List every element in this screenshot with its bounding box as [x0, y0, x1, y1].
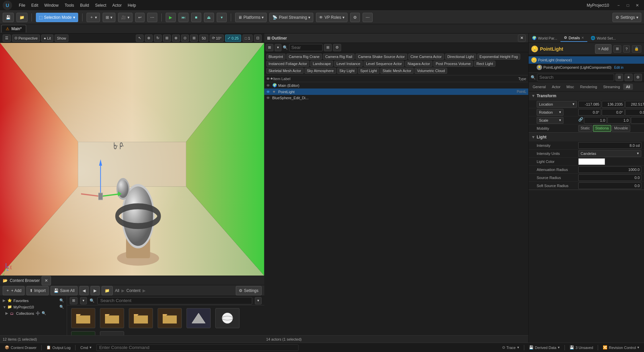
angle-snap-btn[interactable]: ⟳ 10°	[210, 35, 224, 42]
scale-lock-icon[interactable]: 🔗	[578, 117, 583, 124]
intensity-units-dropdown[interactable]: Candelas ▾	[578, 150, 641, 157]
tag-cine-camera[interactable]: Cine Camera Actor	[408, 54, 444, 60]
tag-camera-rig-rail[interactable]: Camera Rig Rail	[323, 54, 355, 60]
tab-world-settings[interactable]: 🌐 World Set...	[587, 35, 619, 42]
cb-item-folder-3[interactable]	[127, 308, 154, 329]
undo-button[interactable]: ↩	[135, 13, 145, 22]
pixel-streaming-button[interactable]: 📡 Pixel Streaming ▾	[269, 13, 313, 22]
cb-item-mesh-1[interactable]	[185, 308, 212, 329]
snap-button[interactable]: ⊞ ▾	[103, 13, 115, 22]
transform-section-header[interactable]: ▼ Transform	[529, 92, 644, 100]
visibility-icon[interactable]: 👁	[266, 90, 271, 94]
outliner-settings-button[interactable]: ⚙	[333, 44, 341, 51]
filter-tab-all[interactable]: All	[623, 84, 633, 90]
grid-size-btn[interactable]: 50	[199, 35, 208, 42]
maximize-button[interactable]: ⊡	[254, 35, 262, 42]
show-button[interactable]: Show	[55, 35, 69, 42]
close-button[interactable]: ✕	[633, 1, 641, 9]
component-light-component[interactable]: 💡 PointLightComponent (LightComponent0) …	[529, 64, 644, 71]
visibility-icon[interactable]: 👁	[266, 96, 271, 100]
attenuation-input[interactable]	[578, 166, 641, 173]
cb-save-all-button[interactable]: 💾 Save All	[51, 286, 77, 295]
tag-volumetric-cloud[interactable]: Volumetric Cloud	[415, 68, 447, 74]
filter-tab-misc[interactable]: Misc	[564, 84, 577, 90]
cb-browse-button[interactable]: 📁	[102, 286, 113, 295]
cb-settings-button[interactable]: ⚙ Settings	[236, 286, 261, 295]
cb-item-folder-2[interactable]	[99, 308, 125, 329]
tag-level-instance[interactable]: Level Instance	[334, 61, 363, 67]
tag-skeletal-mesh[interactable]: Skeletal Mesh Actor	[266, 68, 304, 74]
output-log-button[interactable]: 📋 Output Log	[44, 345, 72, 350]
outliner-item-main[interactable]: 👁 🌍 Main (Editor)	[264, 82, 529, 89]
mobility-movable-button[interactable]: Movable	[612, 125, 631, 132]
menu-window[interactable]: Window	[42, 2, 61, 9]
maximize-button[interactable]: □	[624, 1, 632, 9]
search-icon[interactable]: 🔍	[59, 298, 64, 303]
filter-tab-streaming[interactable]: Streaming	[600, 84, 623, 90]
eject-button[interactable]: ⏏	[204, 13, 214, 22]
location-z-input[interactable]	[625, 101, 644, 108]
search-icon[interactable]: 🔍	[59, 305, 64, 309]
open-button[interactable]: 📁	[16, 13, 28, 22]
location-y-input[interactable]	[602, 101, 625, 108]
tag-post-process[interactable]: Post Process Volume	[433, 61, 473, 67]
add-collection-icon[interactable]: ➕	[36, 311, 40, 315]
hamburger-menu-button[interactable]: ☰	[3, 35, 11, 42]
compile-button[interactable]: ⚙	[350, 13, 360, 22]
add-component-button[interactable]: + Add	[595, 44, 611, 54]
rotation-y-input[interactable]	[602, 109, 625, 116]
perspective-button[interactable]: ⊙ Perspective	[12, 35, 40, 42]
outliner-item-pointlight[interactable]: 👁 ★ PointLight PointL	[264, 89, 529, 95]
details-grid-view-button[interactable]: ⊞	[615, 74, 623, 81]
component-options-button[interactable]: ⊞	[613, 45, 621, 53]
tag-static-mesh[interactable]: Static Mesh Actor	[380, 68, 414, 74]
content-browser-close-button[interactable]: ✕	[42, 276, 51, 285]
cb-nav-back-button[interactable]: ◀	[79, 286, 89, 295]
trace-button[interactable]: ⊙ Trace ▾	[500, 345, 521, 350]
scale-x-input[interactable]	[584, 117, 607, 124]
outliner-search-input[interactable]	[289, 44, 323, 51]
content-drawer-button[interactable]: 📦 Content Drawer	[3, 345, 39, 350]
tab-main[interactable]: ⚠ Main*	[1, 25, 26, 33]
cb-item-sphere[interactable]	[214, 308, 241, 329]
cb-nav-forward-button[interactable]: ▶	[91, 286, 100, 295]
rotate-button[interactable]: ↻	[154, 35, 162, 42]
outliner-close-button[interactable]: ✕	[518, 35, 526, 42]
filter-tab-rendering[interactable]: Rendering	[577, 84, 600, 90]
more-options-button[interactable]: ⋯	[147, 13, 157, 22]
zoom-btn[interactable]: ⤢ 0.25	[225, 35, 241, 42]
tag-exp-height-fog[interactable]: Exponential Height Fog	[477, 54, 520, 60]
revision-control-button[interactable]: 🔀 Revision Control ▾	[601, 345, 641, 350]
cb-import-button[interactable]: ⬆ Import	[26, 286, 49, 295]
more-toolbar-button[interactable]: ⋯	[363, 13, 373, 22]
menu-select[interactable]: Select	[92, 2, 109, 9]
skip-forward-button[interactable]: ⏭	[178, 13, 189, 22]
tag-camera-shake[interactable]: Camera Shake Source Actor	[356, 54, 407, 60]
source-radius-input[interactable]	[578, 174, 641, 181]
menu-build[interactable]: Build	[77, 2, 92, 9]
rotation-dropdown[interactable]: Rotation ▾	[537, 109, 564, 116]
visibility-icon[interactable]: 👁	[266, 83, 271, 87]
menu-actor[interactable]: Actor	[110, 2, 124, 9]
tag-instanced-foliage[interactable]: Instanced Foliage Actor	[266, 61, 310, 67]
intensity-input[interactable]	[578, 142, 641, 149]
edit-link[interactable]: Edit in	[614, 66, 624, 69]
viewport[interactable]: ☰ ⊙ Perspective ● Lit Show ↖ ⊕ ↻ ⊞ ⊕ ⊙ ⊞…	[0, 34, 264, 276]
menu-tools[interactable]: Tools	[62, 2, 77, 9]
details-search-input[interactable]	[537, 74, 614, 81]
rotation-x-input[interactable]	[578, 109, 601, 116]
play-button[interactable]: ▶	[166, 13, 176, 22]
tag-landscape[interactable]: Landscape	[310, 61, 333, 67]
minimize-button[interactable]: −	[614, 1, 623, 9]
menu-edit[interactable]: Edit	[29, 2, 41, 9]
select-mode-button[interactable]: ↖	[136, 35, 144, 42]
world-grid-button[interactable]: ⊞	[190, 35, 198, 42]
tag-directional-light[interactable]: Directional Light	[445, 54, 476, 60]
tab-world-partitions[interactable]: 🌍 World Par...	[529, 35, 560, 42]
filter-tab-actor[interactable]: Actor	[549, 84, 563, 90]
tag-spot-light[interactable]: Spot Light	[358, 68, 379, 74]
cb-tree-collections[interactable]: ▶ 🗂 Collections ➕ 🔍	[0, 310, 67, 316]
tag-camera-rig-crane[interactable]: Camera Rig Crane	[286, 54, 322, 60]
star-icon[interactable]: ★	[272, 90, 277, 94]
surface-snap-button[interactable]: ⊙	[181, 35, 189, 42]
